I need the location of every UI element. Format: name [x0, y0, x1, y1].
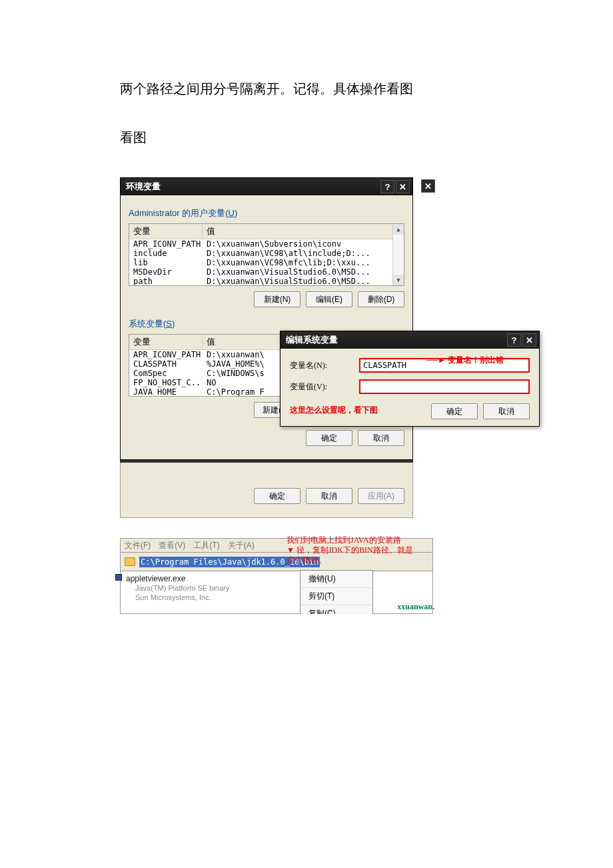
file-desc: Java(TM) Platform SE binary: [126, 583, 427, 593]
explorer-window: 文件(F) 查看(V) 工具(T) 关于(A) C:\Program Files…: [120, 538, 433, 614]
menu-tool[interactable]: 工具(T): [193, 540, 219, 551]
edit-titlebar: 编辑系统变量 ? ✕: [281, 331, 539, 349]
explorer-annotation: 我们到电脑上找到JAVA的安装路 ▼ 径，复制JDK下的BIN路径。就是 这个路…: [287, 535, 413, 565]
annotation-arrow: ──► 变量名！别出错: [426, 355, 504, 366]
app-icon: [115, 574, 122, 581]
help-button[interactable]: ?: [507, 333, 521, 347]
edit-sysvar-dialog: 编辑系统变量 ? ✕ 变量名(N): 变量值(V): 这里怎么设置呢，看下图 确…: [280, 331, 540, 427]
ctx-cut[interactable]: 剪切(T): [301, 588, 372, 605]
table-row[interactable]: APR_ICONV_PATH: [129, 350, 203, 359]
menu-view[interactable]: 查看(V): [159, 540, 185, 551]
user-vars-table[interactable]: 变量 值 APR_ICONV_PATHD:\xxuanwan\Subversio…: [129, 223, 404, 286]
edit-title: 编辑系统变量: [286, 334, 338, 346]
table-row[interactable]: JAVA_HOME: [129, 387, 203, 397]
ctx-copy[interactable]: 复制(C): [301, 605, 372, 614]
edit-cancel-button[interactable]: 取消: [483, 403, 530, 419]
edit-ok-button[interactable]: 确定: [431, 403, 478, 419]
outer-dialog-footer: 确定 取消 应用(A): [120, 463, 413, 518]
watermark: xxuanwan.: [397, 602, 434, 612]
table-row[interactable]: lib: [129, 258, 203, 267]
menu-about[interactable]: 关于(A): [228, 540, 255, 551]
table-row[interactable]: FP_NO_HOST_C...: [129, 378, 203, 387]
outer-cancel-button[interactable]: 取消: [306, 488, 352, 504]
var-value-input[interactable]: [359, 379, 530, 394]
table-row[interactable]: CLASSPATH: [129, 359, 203, 369]
edit-user-button[interactable]: 编辑(E): [306, 291, 352, 307]
ctx-undo[interactable]: 撤销(U): [301, 571, 372, 588]
var-value-label: 变量值(V):: [290, 381, 359, 393]
close-button[interactable]: ✕: [522, 333, 536, 347]
new-user-button[interactable]: 新建(N): [254, 291, 301, 307]
outer-ok-button[interactable]: 确定: [254, 488, 301, 504]
env-titlebar: 环境变量 ? ✕: [121, 178, 412, 195]
table-row[interactable]: path: [129, 277, 203, 286]
close-button[interactable]: ✕: [396, 180, 410, 193]
col-val[interactable]: 值: [203, 224, 404, 239]
arrow-right-icon: ──►: [426, 355, 446, 365]
doc-line-1: 两个路径之间用分号隔离开。记得。具体操作看图: [120, 80, 613, 98]
user-vars-label: Administrator 的用户变量(U): [129, 203, 404, 223]
scroll-up-icon[interactable]: ▲: [393, 224, 404, 235]
table-row[interactable]: include: [129, 249, 203, 258]
context-menu: 撤销(U) 剪切(T) 复制(C): [300, 570, 373, 614]
table-row[interactable]: APR_ICONV_PATH: [129, 239, 203, 249]
triangle-down-icon: ▼: [287, 545, 297, 555]
scrollbar[interactable]: ▲ ▼: [392, 224, 404, 285]
env-title: 环境变量: [126, 181, 161, 193]
outer-apply-button[interactable]: 应用(A): [358, 488, 404, 504]
col-var[interactable]: 变量: [129, 335, 203, 349]
scroll-down-icon[interactable]: ▼: [393, 275, 404, 285]
table-row[interactable]: MSDevDir: [129, 267, 203, 277]
var-name-label: 变量名(N):: [290, 360, 359, 371]
ok-button[interactable]: 确定: [306, 430, 352, 446]
folder-icon: [125, 557, 135, 566]
help-button[interactable]: ?: [380, 180, 394, 193]
doc-line-2: 看图: [120, 129, 613, 147]
annotation-name: 变量名！别出错: [448, 355, 504, 365]
behind-close-button[interactable]: ✕: [421, 179, 435, 193]
file-pane: appletviewer.exe Java(TM) Platform SE bi…: [120, 571, 433, 614]
file-vendor: Sun Microsystems, Inc.: [126, 593, 427, 602]
table-row[interactable]: ComSpec: [129, 369, 203, 378]
cancel-button[interactable]: 取消: [358, 430, 404, 446]
col-var[interactable]: 变量: [129, 224, 203, 239]
menu-file[interactable]: 文件(F): [125, 540, 151, 551]
annotation-bottom: 这里怎么设置呢，看下图: [290, 405, 378, 416]
file-name[interactable]: appletviewer.exe: [126, 574, 427, 583]
del-user-button[interactable]: 删除(D): [358, 291, 404, 307]
